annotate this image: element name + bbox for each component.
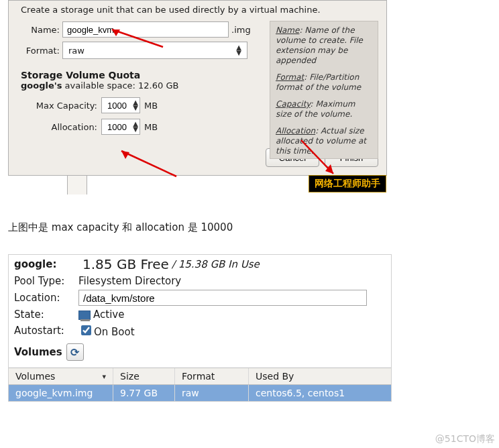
refresh-button[interactable]: ⟳ [66, 343, 84, 361]
location-input[interactable] [78, 290, 367, 306]
row-format: raw [175, 385, 249, 401]
allocation-unit: MB [144, 122, 158, 132]
quota-available: available space: 12.60 GB [62, 80, 178, 91]
state-value: Active [93, 309, 124, 321]
autostart-checkbox[interactable] [81, 325, 91, 335]
name-label: Name: [17, 25, 60, 35]
spin-updown-icon[interactable]: ▲▼ [133, 121, 138, 132]
format-label: Format: [17, 46, 60, 56]
pool-type-value: Filesystem Directory [78, 275, 181, 287]
max-capacity-spin[interactable]: ▲▼ [101, 97, 140, 113]
sort-chevron-icon: ▾ [102, 372, 106, 381]
autostart-value: On Boot [94, 326, 135, 338]
hint-panel: Name: Name of the volume to create. File… [270, 21, 378, 159]
max-capacity-unit: MB [144, 101, 158, 111]
col-volumes[interactable]: Volumes [15, 371, 55, 382]
pool-free: 1.85 GB Free [82, 256, 169, 272]
table-row[interactable]: google_kvm.img 9.77 GB raw centos6.5, ce… [9, 385, 391, 401]
allocation-spin[interactable]: ▲▼ [101, 119, 140, 135]
col-size[interactable]: Size [113, 368, 175, 384]
max-capacity-label: Max Capacity: [17, 101, 97, 111]
max-capacity-value[interactable] [106, 100, 129, 111]
autostart-label: Autostart: [14, 325, 78, 337]
format-value: raw [68, 46, 85, 56]
refresh-icon: ⟳ [70, 346, 79, 359]
format-combo[interactable]: raw ▲▼ [62, 42, 247, 59]
pool-details-panel: google: 1.85 GB Free / 15.38 GB In Use P… [8, 254, 392, 402]
volumes-table: Volumes▾ Size Format Used By google_kvm.… [9, 368, 391, 401]
dialog-intro: Create a storage unit that can be used d… [17, 1, 378, 21]
row-volume-name: google_kvm.img [9, 385, 113, 401]
table-header[interactable]: Volumes▾ Size Format Used By [9, 368, 391, 385]
allocation-value[interactable] [106, 121, 129, 133]
location-label: Location: [14, 292, 78, 304]
name-extension: .img [231, 25, 251, 35]
volumes-heading: Volumes [14, 346, 62, 358]
spin-updown-icon[interactable]: ▲▼ [133, 100, 138, 111]
new-storage-volume-dialog: Create a storage unit that can be used d… [8, 0, 387, 176]
pool-type-label: Pool Type: [14, 275, 78, 287]
pool-name-label: google: [14, 258, 78, 270]
state-label: State: [14, 309, 78, 321]
active-state-icon [78, 311, 91, 320]
pool-inuse: / 15.38 GB In Use [172, 258, 260, 270]
row-size: 9.77 GB [113, 385, 175, 401]
row-usedby: centos6.5, centos1 [249, 385, 391, 401]
allocation-label: Allocation: [17, 122, 97, 132]
name-input[interactable] [62, 21, 229, 38]
caption-text: 上图中是 max capacity 和 allocation 是 10000 [8, 221, 499, 234]
source-badge: 网络工程师助手 [309, 175, 386, 192]
window-stub [67, 176, 87, 194]
col-usedby[interactable]: Used By [249, 368, 391, 384]
quota-owner: google's [21, 80, 62, 91]
combo-updown-icon: ▲▼ [236, 45, 241, 56]
col-format[interactable]: Format [175, 368, 249, 384]
